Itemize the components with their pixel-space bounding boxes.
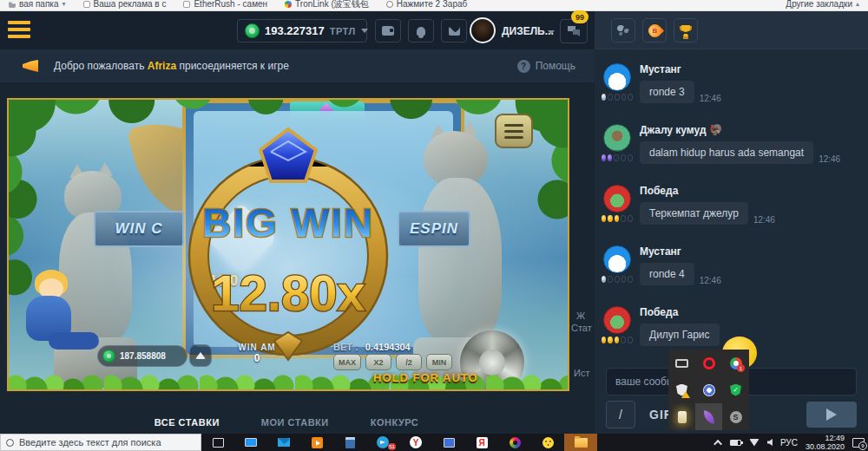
username-label[interactable]: ДИЗЕЛЬ... xyxy=(502,25,554,37)
chat-username[interactable]: Джалу кумуд 🦃 xyxy=(640,124,861,136)
telegram-app-button[interactable]: 51 xyxy=(366,434,399,451)
chat-bubble: dalam hidup harus ada semangat xyxy=(640,141,813,164)
volume-icon[interactable] xyxy=(767,439,773,446)
win-amount-value: 0 xyxy=(215,352,299,364)
search-icon xyxy=(386,1,393,8)
slash-command-button[interactable]: / xyxy=(606,401,635,428)
send-button[interactable] xyxy=(806,402,857,428)
avatar[interactable] xyxy=(603,124,631,152)
notification-center-icon[interactable]: 9 xyxy=(852,438,865,448)
medals-row xyxy=(602,276,633,283)
user-avatar[interactable] xyxy=(470,17,496,43)
pc-app-button[interactable] xyxy=(234,434,267,451)
avatar[interactable] xyxy=(603,185,631,212)
mail-icon xyxy=(449,27,460,36)
tab-my-bets[interactable]: МОИ СТАВКИ xyxy=(261,417,329,428)
deposit-arrow-button[interactable] xyxy=(189,344,212,367)
tray-update-icon[interactable] xyxy=(695,376,722,403)
bet-half-button[interactable]: /2 xyxy=(396,354,422,370)
coin-icon xyxy=(245,23,260,38)
tray-app-icon[interactable] xyxy=(668,403,695,430)
bet-value: 0.4194304 xyxy=(365,342,411,352)
chevron-down-icon xyxy=(548,30,555,35)
other-bookmarks-button[interactable]: Другие закладки▴ xyxy=(777,0,868,11)
task-view-button[interactable] xyxy=(201,434,234,451)
taskbar-search[interactable] xyxy=(0,434,201,451)
bookmark-item[interactable]: Нажмите 2 Зараб xyxy=(378,0,477,11)
page-icon xyxy=(183,1,190,8)
chat-username[interactable]: Победа xyxy=(640,185,861,197)
tray-expand-icon[interactable] xyxy=(713,439,722,448)
chat-message: Джалу кумуд 🦃 dalam hidup harus ada sema… xyxy=(602,122,861,172)
medals-row xyxy=(602,215,633,222)
wifi-icon[interactable] xyxy=(749,439,760,447)
notifications-button[interactable] xyxy=(408,19,434,42)
tournament-button[interactable] xyxy=(674,18,698,42)
tray-browser-icon[interactable]: 1 xyxy=(722,350,749,376)
bookmark-item[interactable]: EtherRush - самен xyxy=(174,0,276,11)
mail-button[interactable] xyxy=(441,19,467,42)
balance-selector[interactable]: 193.227317 ТРТЛ xyxy=(237,19,367,42)
tab-all-bets[interactable]: ВСЕ СТАВКИ xyxy=(155,417,220,428)
bet-x2-button[interactable]: X2 xyxy=(365,354,391,370)
big-win-text: BIG WIN xyxy=(202,200,374,245)
calculator-app-button[interactable] xyxy=(333,434,366,451)
tray-overflow-popup: 1 S xyxy=(668,350,749,430)
tray-antivirus-icon[interactable] xyxy=(722,376,749,403)
chat-username[interactable]: Мустанг xyxy=(640,63,861,75)
chat-bubble: Дилуп Гарис xyxy=(640,324,720,346)
language-indicator[interactable]: РУС xyxy=(780,438,798,448)
tray-opera-icon[interactable] xyxy=(695,350,722,376)
tray-feather-icon[interactable] xyxy=(695,403,722,430)
medals-row xyxy=(602,154,633,161)
trophy-icon xyxy=(680,25,692,36)
tray-skype-icon[interactable]: S xyxy=(722,403,749,430)
chat-username[interactable]: Победа xyxy=(640,306,861,318)
taskbar-search-input[interactable] xyxy=(19,437,193,448)
yandex-app-button[interactable]: Я xyxy=(465,434,498,451)
tray-shield-warning-icon[interactable] xyxy=(668,376,695,403)
bookmark-folder[interactable]: вая папка▾ xyxy=(0,0,75,11)
screen: вая папка▾ Ваша реклама в с EtherRush - … xyxy=(0,0,868,451)
side-label-zh: Ж xyxy=(576,310,585,321)
taskbar-icons: 51 Y Я xyxy=(201,434,597,451)
medals-row xyxy=(602,337,633,343)
mail-app-button[interactable] xyxy=(267,434,300,451)
hold-for-auto-label: HOLD FOR AUTO xyxy=(373,371,478,384)
fireball-button[interactable] xyxy=(642,18,667,42)
file-explorer-button[interactable] xyxy=(564,434,597,451)
bet-min-button[interactable]: MIN xyxy=(426,354,452,370)
avatar[interactable] xyxy=(603,245,631,273)
system-tray: РУС 12:4930.08.2020 9 xyxy=(716,434,868,451)
office-app-button[interactable] xyxy=(432,434,465,451)
win-amount-label: WIN AM xyxy=(215,343,299,352)
wallet-button[interactable] xyxy=(375,19,401,42)
bet-label: BET : xyxy=(333,342,358,352)
clock[interactable]: 12:4930.08.2020 xyxy=(806,434,845,451)
fireball-icon xyxy=(645,21,663,39)
avatar[interactable] xyxy=(603,306,631,334)
tab-contest[interactable]: КОНКУРС xyxy=(371,417,419,428)
chat-bubble: ronde 4 xyxy=(640,263,694,285)
bet-max-button[interactable]: MAX xyxy=(333,354,361,370)
chat-time: 12:46 xyxy=(753,215,775,225)
emoji-app-button[interactable] xyxy=(531,434,564,451)
battery-icon[interactable] xyxy=(730,440,741,446)
chat-username[interactable]: Мустанг xyxy=(640,245,861,258)
side-label-stat: Стат xyxy=(571,323,592,333)
tray-display-icon[interactable] xyxy=(668,350,695,376)
help-button[interactable]: ?Помощь xyxy=(517,60,575,73)
paint-app-button[interactable] xyxy=(498,434,531,451)
slot-game-frame: 10.0 ♥ WIN C ESPIN xyxy=(7,98,569,391)
menu-burger-button[interactable] xyxy=(8,21,30,39)
side-label-ist: Ист xyxy=(574,368,589,378)
medals-row xyxy=(602,94,633,101)
movies-app-button[interactable] xyxy=(300,434,333,451)
rain-button[interactable] xyxy=(611,18,635,42)
yandex-browser-button[interactable]: Y xyxy=(399,434,432,451)
bookmark-item[interactable]: Ваша реклама в с xyxy=(75,0,175,11)
game-menu-button[interactable] xyxy=(495,114,533,148)
avatar[interactable] xyxy=(603,63,631,91)
chat-bubble: Теркемпат джелур xyxy=(640,202,748,225)
bookmark-item[interactable]: TronLink (波宝钱包 xyxy=(276,0,378,11)
